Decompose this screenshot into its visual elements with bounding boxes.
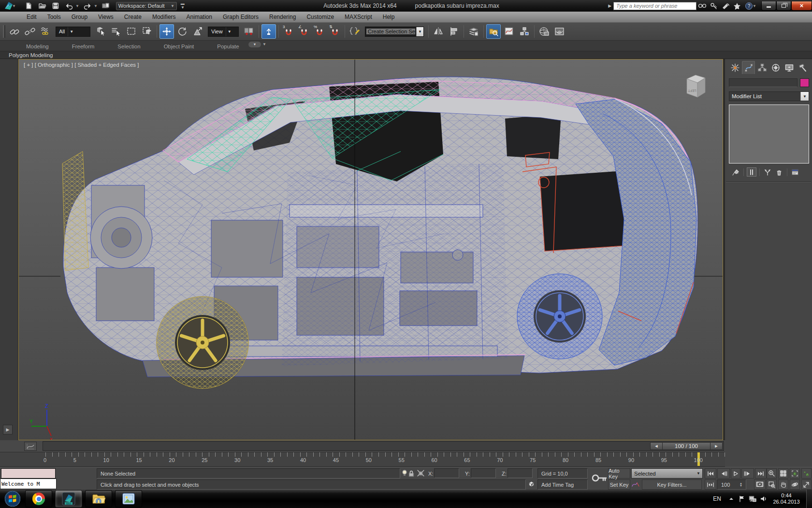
viewport-orthographic[interactable]: [ + ] [ Orthographic ] [ Shaded + Edged … <box>18 59 723 440</box>
reference-coordinate-system-dropdown[interactable]: View ▼ <box>208 27 239 37</box>
subscription-key-icon[interactable] <box>708 1 720 10</box>
current-frame-display[interactable]: 100 / 100 <box>663 442 710 450</box>
next-frame-button[interactable] <box>741 468 754 478</box>
undo-button[interactable] <box>64 1 74 10</box>
x-coordinate-field[interactable] <box>434 468 459 478</box>
select-and-link-icon[interactable] <box>7 24 22 39</box>
redo-history-arrow-icon[interactable]: ▼ <box>94 4 98 8</box>
modify-tab-icon[interactable] <box>742 61 755 74</box>
time-configuration-button[interactable] <box>754 479 766 490</box>
configure-modifier-sets-icon[interactable] <box>790 167 800 177</box>
expand-left-panel-button[interactable]: ▶ <box>3 425 13 434</box>
select-by-name-icon[interactable] <box>109 24 123 39</box>
restore-button[interactable] <box>776 1 791 11</box>
edit-named-selection-sets-icon[interactable] <box>348 24 362 39</box>
current-frame-field[interactable]: 100 ▲▼ <box>717 479 746 490</box>
unlink-selection-icon[interactable] <box>23 24 37 39</box>
graphite-ribbon-toggle-icon[interactable] <box>486 24 501 39</box>
menu-item[interactable]: Rendering <box>264 12 301 22</box>
orbit-icon[interactable] <box>790 479 800 490</box>
select-and-move-icon[interactable] <box>160 24 174 39</box>
viewport-3d-scene[interactable]: LEFT Z Y x <box>19 60 723 440</box>
ribbon-minimize-button[interactable]: ▼ <box>248 42 261 47</box>
close-button[interactable]: × <box>791 1 812 11</box>
render-setup-icon[interactable] <box>537 24 551 39</box>
absolute-offset-mode-icon[interactable] <box>417 469 425 478</box>
open-file-button[interactable] <box>37 1 47 10</box>
infocenter-expand-icon[interactable]: ▶ <box>608 3 611 8</box>
pan-hand-icon[interactable] <box>778 479 788 490</box>
spinner-snap-toggle-icon[interactable]: ⇅ <box>328 24 342 39</box>
set-key-toggle-icon[interactable] <box>591 470 608 487</box>
next-frame-arrow[interactable]: ► <box>710 442 723 450</box>
ribbon-tab[interactable]: Selection <box>106 42 152 51</box>
auto-key-button[interactable]: Auto Key <box>608 468 630 478</box>
modifier-stack[interactable] <box>729 105 809 164</box>
mirror-icon[interactable] <box>431 24 446 39</box>
select-and-rotate-icon[interactable] <box>175 24 189 39</box>
select-and-manipulate-icon[interactable] <box>261 24 276 39</box>
save-file-button[interactable] <box>50 1 61 10</box>
layer-manager-icon[interactable] <box>466 24 481 39</box>
front-wheel-yellow[interactable] <box>156 296 249 389</box>
selection-lock-icon[interactable] <box>408 470 415 478</box>
object-color-swatch[interactable] <box>800 78 809 87</box>
menu-item[interactable]: Help <box>377 12 400 22</box>
select-and-scale-icon[interactable] <box>190 24 205 39</box>
open-mini-curve-editor-button[interactable] <box>24 442 37 451</box>
language-indicator[interactable]: EN <box>708 495 726 502</box>
play-button[interactable] <box>731 468 740 478</box>
percent-snap-toggle-icon[interactable]: % <box>312 24 327 39</box>
mini-listener-output-line[interactable]: Welcome to M <box>0 478 57 489</box>
object-name-field[interactable] <box>729 78 798 87</box>
menu-item[interactable]: Group <box>66 12 93 22</box>
taskbar-chrome-button[interactable] <box>25 490 52 508</box>
key-selection-dropdown[interactable]: Selected ▼ <box>631 468 703 478</box>
taskbar-3dsmax-button[interactable]: MAX <box>55 490 82 508</box>
ribbon-minimize-arrow-icon[interactable]: ▼ <box>262 42 266 46</box>
menu-item[interactable]: MAXScript <box>339 12 377 22</box>
key-mode-toggle-button[interactable] <box>705 479 716 490</box>
default-in-out-tangent-icon[interactable] <box>631 480 640 489</box>
angle-snap-toggle-icon[interactable]: ∠ <box>297 24 311 39</box>
menu-item[interactable]: Edit <box>21 12 42 22</box>
use-pivot-point-center-icon[interactable] <box>242 24 256 39</box>
menu-item[interactable]: Create <box>119 12 147 22</box>
previous-frame-arrow[interactable]: ◄ <box>650 442 663 450</box>
menu-item[interactable]: Views <box>93 12 119 22</box>
pin-stack-icon[interactable] <box>731 167 740 177</box>
named-selection-set-dropdown[interactable]: Create Selection Se ▼ <box>365 27 424 37</box>
toolbar-drag-handle[interactable] <box>3 25 5 38</box>
search-icon[interactable] <box>696 1 708 10</box>
y-coordinate-field[interactable] <box>471 468 496 478</box>
ribbon-tab[interactable]: Object Paint <box>152 42 206 51</box>
new-file-button[interactable] <box>23 1 34 10</box>
zoom-extents-all-icon[interactable] <box>801 468 812 478</box>
create-tab-icon[interactable] <box>728 61 741 74</box>
show-desktop-button[interactable] <box>806 490 812 508</box>
taskbar-clock[interactable]: 0:44 26.04.2013 <box>768 493 806 505</box>
action-center-flag-icon[interactable] <box>737 490 747 508</box>
menu-item[interactable]: Tools <box>42 12 66 22</box>
hierarchy-tab-icon[interactable] <box>755 61 768 74</box>
taskbar-image-viewer-button[interactable] <box>115 490 142 508</box>
make-unique-icon[interactable] <box>763 167 772 177</box>
selection-filter-dropdown[interactable]: All ▼ <box>56 27 90 37</box>
menu-item[interactable]: Customize <box>301 12 339 22</box>
mini-listener-macro-line[interactable] <box>1 468 56 478</box>
undo-history-arrow-icon[interactable]: ▼ <box>75 4 79 8</box>
start-button[interactable] <box>3 490 22 508</box>
go-to-start-button[interactable] <box>705 468 716 478</box>
menu-item[interactable]: Modifiers <box>147 12 181 22</box>
adaptive-degradation-lightbulb-icon[interactable] <box>401 469 408 478</box>
modifier-list-dropdown[interactable]: Modifier List ▼ <box>729 91 809 101</box>
zoom-icon[interactable] <box>767 468 777 478</box>
zoom-all-icon[interactable] <box>778 468 788 478</box>
z-coordinate-field[interactable] <box>508 468 533 478</box>
isolate-selection-cube-icon[interactable] <box>528 480 535 489</box>
motion-tab-icon[interactable] <box>769 61 782 74</box>
search-input[interactable] <box>613 2 696 10</box>
utilities-tab-icon[interactable] <box>796 61 809 74</box>
ribbon-tab[interactable]: Modeling <box>14 42 60 51</box>
maximize-viewport-toggle-icon[interactable] <box>801 479 812 490</box>
